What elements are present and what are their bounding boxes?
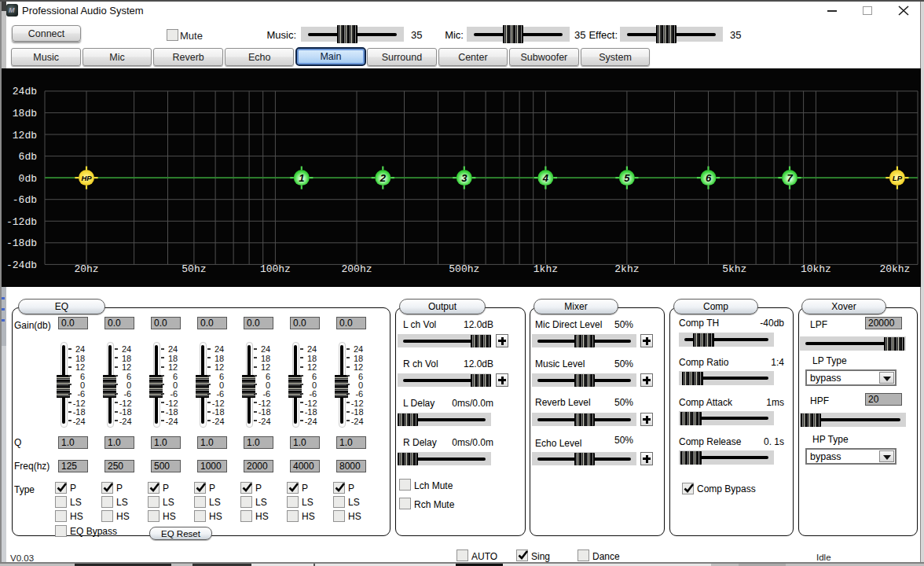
svg-text:2: 2 — [380, 172, 387, 184]
svg-text:20hz: 20hz — [74, 263, 98, 275]
svg-text:100hz: 100hz — [260, 263, 291, 275]
svg-text:-12db: -12db — [6, 216, 37, 228]
svg-text:0db: 0db — [19, 173, 37, 185]
svg-text:HP: HP — [81, 174, 92, 182]
svg-text:500hz: 500hz — [449, 263, 479, 275]
svg-text:12db: 12db — [13, 130, 37, 142]
svg-text:7: 7 — [786, 172, 793, 184]
svg-text:200hz: 200hz — [341, 263, 372, 275]
svg-text:LP: LP — [893, 174, 903, 182]
svg-text:4: 4 — [542, 172, 549, 184]
svg-text:1khz: 1khz — [534, 263, 558, 275]
svg-text:5: 5 — [624, 172, 630, 184]
svg-text:2khz: 2khz — [614, 263, 639, 275]
svg-text:20khz: 20khz — [879, 263, 910, 275]
svg-text:50hz: 50hz — [182, 263, 206, 275]
svg-text:5khz: 5khz — [722, 263, 746, 275]
svg-text:-24db: -24db — [6, 259, 37, 271]
svg-text:10khz: 10khz — [801, 263, 831, 275]
svg-text:-18db: -18db — [6, 237, 37, 249]
svg-text:6: 6 — [706, 172, 712, 184]
svg-text:18db: 18db — [13, 108, 37, 119]
svg-text:-6db: -6db — [13, 194, 37, 206]
svg-text:3: 3 — [461, 172, 468, 184]
svg-text:1: 1 — [299, 172, 304, 184]
svg-text:6db: 6db — [19, 151, 37, 163]
svg-text:24db: 24db — [13, 86, 37, 97]
